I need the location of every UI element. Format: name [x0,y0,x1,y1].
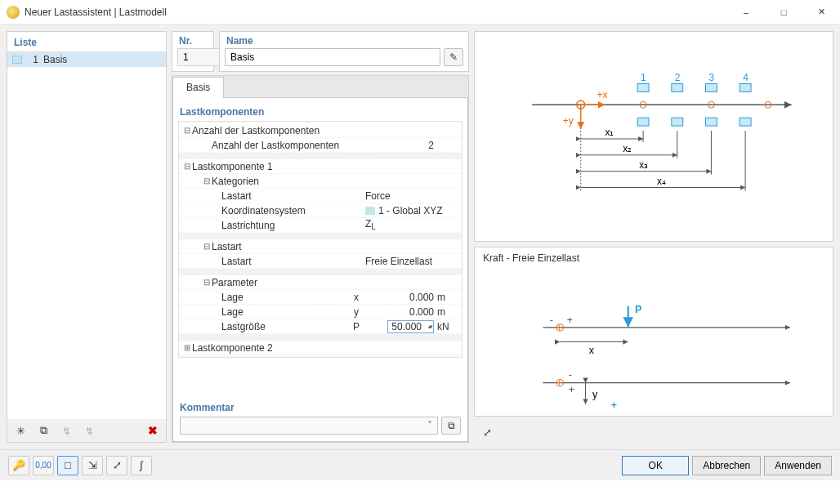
row-lage-x[interactable]: Lage x 0.000 m [179,290,462,305]
svg-rect-11 [739,84,751,92]
svg-text:x: x [589,345,595,356]
cancel-button[interactable]: Abbrechen [692,456,761,475]
expand-icon[interactable]: ⊟ [182,162,192,171]
name-panel: Name ✎ [219,31,469,72]
list-item-number: 1 [27,54,38,65]
icon-4: ↯ [85,425,94,437]
svg-text:y: y [592,389,598,400]
svg-text:-: - [569,369,572,381]
row-type-header[interactable]: ⊟ Lastart [179,239,462,254]
diagram-bottom: Kraft - Freie Einzellast - + + P x + - +… [474,247,833,417]
comment-input[interactable]: ˅ [180,417,438,435]
ok-button[interactable]: OK [622,456,689,475]
svg-rect-13 [672,118,683,126]
delete-button[interactable]: ✖ [143,421,163,439]
box-icon: □ [65,459,71,471]
close-button[interactable]: ✕ [802,0,840,25]
svg-text:x₃: x₃ [639,159,648,171]
coord-swatch-icon [365,207,375,215]
name-edit-button[interactable]: ✎ [444,48,463,66]
svg-rect-12 [637,118,649,126]
svg-rect-10 [706,84,717,92]
minimize-button[interactable]: – [727,0,765,25]
units-icon: 0,00 [35,461,51,470]
comment-copy-button[interactable]: ⧉ [441,417,461,435]
diagram-top-svg: +x +y 1 2 3 4 [475,32,833,241]
svg-rect-8 [637,84,649,92]
svg-rect-14 [706,118,717,126]
footer: 🔑 0,00 □ ⇲ ⤢ ∫ OK Abbrechen Anwenden [0,449,840,480]
apply-button[interactable]: Anwenden [764,456,832,475]
maximize-button[interactable]: □ [765,0,802,25]
window-controls: – □ ✕ [727,0,840,25]
chevron-down-icon: ˅ [427,420,432,431]
footer-btn-3[interactable]: □ [57,456,78,475]
diagram-bottom-svg: - + + P x + - + y + [475,269,833,437]
svg-text:4: 4 [743,72,748,83]
row-comp2[interactable]: ⊞ Lastkomponente 2 [179,341,462,355]
list-panel: Liste 1 Basis ✳ ⧉ ↯ ↯ ✖ [7,31,167,443]
expand-icon[interactable]: ⊞ [182,343,192,352]
list-item-label: Basis [43,54,67,65]
properties-column: Nr. Name ✎ Basis Lastkomponenten ⊟ [172,31,469,443]
app-icon [7,6,20,19]
expand-icon[interactable]: ⊟ [202,242,212,251]
expand-icon[interactable]: ⊟ [202,278,212,287]
diagram-bottom-title: Kraft - Freie Einzellast [475,248,833,269]
svg-text:+: + [567,314,573,326]
footer-btn-1[interactable]: 🔑 [8,456,29,475]
window-title: Neuer Lastassistent | Lastmodell [25,7,727,18]
diag-axis-y: +y [563,115,574,127]
footer-btn-2[interactable]: 0,00 [33,456,54,475]
row-type[interactable]: Lastart Freie Einzellast [179,254,462,269]
row-lage-y[interactable]: Lage y 0.000 m [179,305,462,319]
svg-rect-15 [739,118,751,126]
footer-btn-5[interactable]: ⤢ [106,456,127,475]
row-direction[interactable]: Lastrichtung ZL [179,218,462,233]
tab-basis[interactable]: Basis [172,77,224,98]
list-item[interactable]: 1 Basis [7,52,166,67]
svg-text:+: + [556,322,562,333]
magnitude-input[interactable]: 50.000 [387,320,434,333]
properties-tree[interactable]: ⊟ Anzahl der Lastkomponenten Anzahl der … [178,121,462,358]
svg-text:x₁: x₁ [605,127,614,138]
group-lastkomponenten: Lastkomponenten [178,103,462,121]
row-categories[interactable]: ⊟ Kategorien [179,174,462,189]
tab-area: Basis Lastkomponenten ⊟ Anzahl der Lastk… [172,75,469,443]
row-lastart[interactable]: Lastart Force [179,189,462,203]
expand-icon[interactable]: ⊟ [202,176,212,185]
new-button[interactable]: ✳ [11,421,30,439]
svg-rect-9 [672,84,683,92]
row-coordsystem[interactable]: Koordinatensystem 1 - Global XYZ [179,203,462,218]
svg-text:1: 1 [641,72,646,83]
duplicate-button[interactable]: ⧉ [34,421,53,439]
dialog-body: Liste 1 Basis ✳ ⧉ ↯ ↯ ✖ Nr. [0,25,840,449]
list-header: Liste [7,32,166,51]
svg-text:+: + [556,377,562,389]
footer-btn-4[interactable]: ⇲ [82,456,103,475]
svg-text:3: 3 [708,72,714,83]
name-field[interactable] [225,48,440,66]
diagram-top: +x +y 1 2 3 4 [474,31,833,242]
footer-btn-6[interactable]: ∫ [131,456,152,475]
icon-3: ↯ [62,425,71,437]
icon-4: ⇲ [88,459,97,471]
comment-label: Kommentar [178,399,462,417]
row-comp1[interactable]: ⊟ Lastkomponente 1 [179,159,462,174]
list-item-swatch-icon [12,56,22,64]
new-icon: ✳ [16,425,25,437]
tab-bar: Basis [172,76,468,97]
row-params-header[interactable]: ⊟ Parameter [179,275,462,290]
name-label: Name [220,32,468,48]
expand-icon[interactable]: ⊟ [182,126,192,135]
comment-block: Kommentar ˅ ⧉ [178,399,462,436]
row-count[interactable]: Anzahl der Lastkomponenten 2 [179,138,462,153]
diag-axis-x: +x [597,89,608,100]
svg-text:2: 2 [675,72,681,83]
row-lastgroesse[interactable]: Lastgröße P 50.000 kN [179,319,462,334]
icon-5: ⤢ [113,459,122,471]
svg-text:x₂: x₂ [623,143,632,154]
nr-panel: Nr. [172,31,214,72]
list-box[interactable]: 1 Basis [7,51,166,419]
row-count-section[interactable]: ⊟ Anzahl der Lastkomponenten [179,123,462,138]
